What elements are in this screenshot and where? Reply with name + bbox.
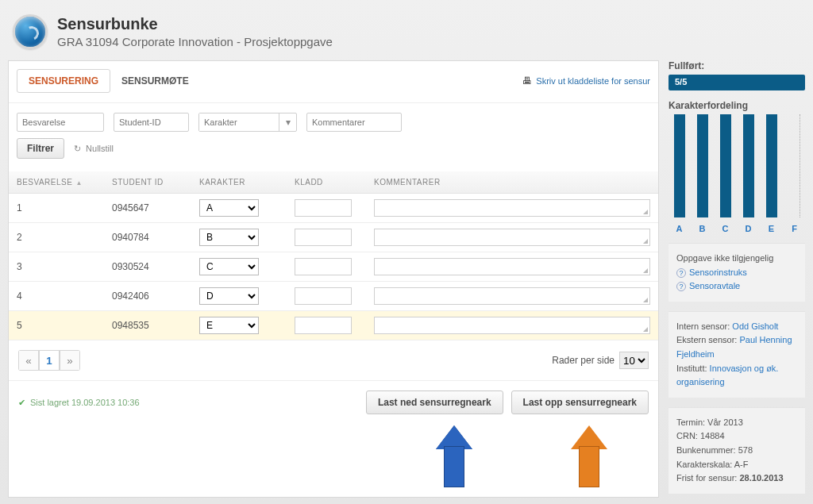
grade-distribution-label: Karakterfordeling [669,100,805,111]
grade-select[interactable]: A [199,199,259,217]
table-row: 10945647A [9,194,658,223]
cell-student-id: 0940784 [104,223,191,252]
grade-select[interactable]: B [199,229,259,246]
dist-bar [720,114,731,217]
dist-col-B: B [693,114,711,233]
tab-sensurmote[interactable]: SENSURMØTE [110,70,200,92]
dist-bar [674,114,685,217]
cell-besvarelse: 3 [9,252,104,282]
main-panel: SENSURERING SENSURMØTE 🖶 Skriv ut kladde… [8,60,659,498]
cell-besvarelse: 1 [9,194,104,223]
help-icon: ? [676,282,686,291]
pager-next[interactable]: » [60,350,80,371]
grade-select[interactable]: C [199,258,259,275]
sensoravtale-link[interactable]: Sensoravtale [689,281,740,290]
filter-kommentarer-input[interactable] [306,113,402,132]
sidebar-links-box: Oppgave ikke tilgjengelig ?Sensorinstruk… [669,243,805,302]
frist-label: Frist for sensur: 28.10.2013 [676,471,797,486]
karakterskala-label: Karakterskala: A-F [676,458,797,472]
termin-label: Termin: Vår 2013 [676,416,797,430]
comment-input[interactable] [374,258,650,275]
cell-student-id: 0948535 [104,311,191,340]
refresh-icon: ↻ [74,144,81,153]
col-besvarelse[interactable]: BESVARELSE▲ [9,171,104,194]
comment-input[interactable] [374,229,650,246]
dist-label: F [792,224,797,233]
dist-col-F: F [785,114,803,233]
sort-asc-icon: ▲ [75,179,82,187]
dist-bar [766,114,777,217]
col-karakter[interactable]: KARAKTER [191,171,287,194]
annotation-arrows [9,425,658,497]
download-spreadsheet-button[interactable]: Last ned sensurregneark [366,391,503,414]
completed-progress: 5/5 [669,75,805,90]
arrow-upload-icon [579,425,599,487]
task-unavailable-label: Oppgave ikke tilgjengelig [676,252,797,266]
crn-label: CRN: 14884 [676,429,797,444]
sidebar-meta-box: Termin: Vår 2013 CRN: 14884 Bunkenummer:… [669,407,805,494]
grade-distribution-chart: ABCDEF [669,114,805,233]
comment-input[interactable] [374,317,650,334]
filter-besvarelse-input[interactable] [17,113,104,132]
filter-karakter-input[interactable] [199,113,279,131]
reset-filter-link[interactable]: ↻ Nullstill [74,144,114,154]
draft-input[interactable] [295,317,352,334]
print-draft-link[interactable]: 🖶 Skriv ut kladdeliste for sensur [522,75,650,87]
cell-student-id: 0942406 [104,282,191,311]
print-icon: 🖶 [522,75,532,87]
check-icon: ✔ [18,398,25,408]
cell-besvarelse: 2 [9,223,104,252]
print-draft-label: Skriv ut kladdeliste for sensur [536,76,650,86]
bunkenummer-label: Bunkenummer: 578 [676,444,797,458]
dist-bar [697,114,708,217]
sensorinstruks-link[interactable]: Sensorinstruks [689,267,747,277]
col-student-id[interactable]: STUDENT ID [104,171,191,194]
cell-student-id: 0945647 [104,194,191,223]
draft-input[interactable] [295,287,352,305]
dist-label: C [722,224,729,233]
dist-bar [789,114,800,217]
filter-button[interactable]: Filtrer [17,138,64,159]
sidebar: Fullført: 5/5 Karakterfordeling ABCDEF O… [669,60,805,498]
dist-col-D: D [739,114,757,233]
tab-sensurering[interactable]: SENSURERING [17,69,110,93]
dist-label: E [769,224,774,233]
rows-per-page-select[interactable]: 10 [619,352,649,369]
upload-spreadsheet-button[interactable]: Last opp sensurregneark [511,391,649,414]
table-row: 40942406D [9,282,658,311]
col-kladd[interactable]: KLADD [287,171,366,194]
chevron-down-icon[interactable]: ▾ [279,113,296,131]
completed-label: Fullført: [669,60,805,71]
filter-karakter-select[interactable]: ▾ [198,113,297,132]
pagination: « 1 » [18,350,80,371]
dist-label: A [676,224,683,233]
sidebar-sensor-box: Intern sensor: Odd Gisholt Ekstern senso… [669,311,805,398]
grade-select[interactable]: E [199,317,259,334]
rows-per-page-label: Rader per side [552,355,615,366]
cell-besvarelse: 5 [9,311,104,340]
pager-page-1[interactable]: 1 [39,350,60,371]
draft-input[interactable] [295,229,352,246]
table-row: 50948535E [9,311,658,340]
grade-select[interactable]: D [199,287,259,305]
table-row: 30930524C [9,252,658,282]
table-row: 20940784B [9,223,658,252]
dist-col-C: C [716,114,734,233]
filter-studentid-input[interactable] [114,113,189,132]
col-kommentarer[interactable]: KOMMENTARER [366,171,658,194]
draft-input[interactable] [295,199,352,217]
page-title: Sensurbunke [57,15,333,33]
pager-prev[interactable]: « [18,350,39,371]
app-logo [13,14,48,49]
intern-sensor-link[interactable]: Odd Gisholt [732,321,778,331]
grades-table: BESVARELSE▲ STUDENT ID KARAKTER KLADD KO… [9,171,658,340]
dist-label: B [699,224,706,233]
help-icon: ? [676,268,686,278]
comment-input[interactable] [374,287,650,305]
cell-besvarelse: 4 [9,282,104,311]
arrow-download-icon [444,425,464,487]
draft-input[interactable] [295,258,352,275]
comment-input[interactable] [374,199,650,217]
dist-col-E: E [762,114,780,233]
dist-col-A: A [670,114,688,233]
